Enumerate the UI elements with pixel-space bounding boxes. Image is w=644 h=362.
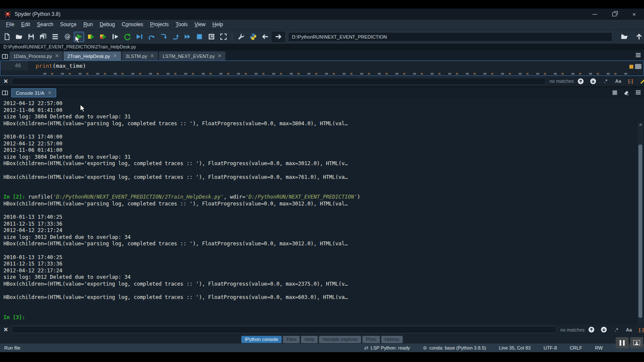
- console-tab-close-icon[interactable]: ✕: [48, 90, 52, 96]
- console-line: [3, 167, 644, 174]
- menu-edit[interactable]: Edit: [18, 21, 33, 28]
- restore-button[interactable]: [605, 9, 624, 20]
- menu-tools[interactable]: Tools: [172, 21, 191, 28]
- code-editor[interactable]: 46 print(max_time): [0, 60, 644, 76]
- status-utf-8: UTF-8: [544, 345, 557, 350]
- interrupt-kernel-icon[interactable]: [612, 90, 618, 97]
- case-sensitive-icon[interactable]: Aa: [626, 326, 632, 333]
- mouse-cursor: [75, 35, 81, 44]
- close-button[interactable]: ×: [624, 9, 644, 20]
- panel-tab-files[interactable]: Files: [283, 336, 300, 343]
- browse-tabs-icon[interactable]: [0, 52, 9, 60]
- rerun-cell-button[interactable]: [122, 32, 132, 42]
- file-switcher-button[interactable]: [50, 32, 60, 42]
- clipped-code-line: [43, 73, 631, 75]
- editor-tab-2train-helpdesk-py[interactable]: 2Train_HelpDesk.py✕: [64, 51, 121, 60]
- panel-tab-ipython-console[interactable]: IPython console: [241, 336, 282, 343]
- save-all-button[interactable]: [38, 32, 48, 42]
- status-crlf: CRLF: [570, 345, 582, 350]
- highlight-matches-icon[interactable]: [640, 78, 644, 84]
- find-close-icon[interactable]: ✕: [3, 326, 8, 333]
- console-tab[interactable]: Console 31/A ✕: [11, 88, 56, 97]
- working-directory-input[interactable]: [288, 32, 612, 42]
- remove-variables-icon[interactable]: [623, 90, 630, 97]
- console-options-menu-icon[interactable]: [635, 89, 641, 97]
- editor-tab-lstm-next-event-py[interactable]: LSTM_NEXT_EVENT.py✕: [159, 51, 225, 60]
- run-selection-button[interactable]: [110, 32, 120, 42]
- panel-tab-variable-explorer[interactable]: Variable explorer: [319, 336, 361, 343]
- find-close-icon[interactable]: ✕: [3, 78, 8, 84]
- find-input[interactable]: [12, 326, 557, 333]
- menu-file[interactable]: File: [3, 21, 18, 28]
- case-sensitive-icon[interactable]: Aa: [615, 78, 622, 84]
- back-button[interactable]: [260, 32, 270, 42]
- menu-view[interactable]: View: [191, 21, 209, 28]
- console-line: HBox(children=(HTML(value='parsing log, …: [3, 201, 644, 208]
- overlay-pause-button[interactable]: [616, 337, 629, 348]
- browse-consoles-icon[interactable]: [0, 89, 9, 97]
- menu-run[interactable]: Run: [80, 21, 96, 28]
- menu-help[interactable]: Help: [209, 21, 227, 28]
- menu-consoles[interactable]: Consoles: [118, 21, 147, 28]
- ipython-console[interactable]: 2012-04-12 22:57:002012-11-06 01:41:00si…: [0, 98, 644, 324]
- tab-close-icon[interactable]: ✕: [218, 53, 222, 59]
- menu-debug[interactable]: Debug: [96, 21, 118, 28]
- overlay-pip-button[interactable]: [630, 337, 643, 348]
- menu-projects[interactable]: Projects: [147, 21, 172, 28]
- find-next-icon[interactable]: [590, 78, 597, 84]
- tab-close-icon[interactable]: ✕: [150, 53, 154, 59]
- forward-button[interactable]: [272, 32, 285, 42]
- lsp-icon: ⇄: [364, 345, 368, 351]
- preferences-button[interactable]: [236, 32, 246, 42]
- find-previous-icon[interactable]: [577, 78, 584, 84]
- tab-label: 1Data_Process.py: [13, 54, 52, 59]
- console-scrollbar-thumb[interactable]: [638, 145, 642, 318]
- python-path-button[interactable]: [248, 32, 258, 42]
- run-cell-advance-button[interactable]: [98, 32, 108, 42]
- tab-label: 2Train_HelpDesk.py: [67, 54, 110, 59]
- find-symbols-button[interactable]: @: [62, 32, 72, 42]
- scrollbar-up-arrow-icon[interactable]: [639, 123, 642, 126]
- save-button[interactable]: [26, 32, 36, 42]
- title-bar: Spyder (Python 3.8) ×: [0, 9, 644, 20]
- new-file-button[interactable]: [2, 32, 12, 42]
- editor-find-bar: ✕ no matches .*Aa[-]: [0, 76, 644, 86]
- editor-widget-icon[interactable]: [635, 64, 641, 69]
- find-previous-icon[interactable]: [588, 326, 595, 333]
- continue-button[interactable]: [182, 32, 192, 42]
- debug-file-button[interactable]: [134, 32, 144, 42]
- parent-directory-button[interactable]: [634, 32, 644, 42]
- maximize-pane-button[interactable]: [206, 32, 216, 42]
- console-scrollbar[interactable]: [638, 122, 643, 323]
- fullscreen-button[interactable]: [218, 32, 228, 42]
- open-file-button[interactable]: [14, 32, 24, 42]
- browse-directory-button[interactable]: [619, 32, 629, 42]
- find-input[interactable]: [12, 78, 546, 85]
- step-return-button[interactable]: [170, 32, 180, 42]
- panel-tab-help[interactable]: Help: [301, 336, 318, 343]
- menu-source[interactable]: Source: [57, 21, 80, 28]
- pause-icon: [620, 340, 625, 346]
- step-over-button[interactable]: [146, 32, 156, 42]
- editor-options-menu-icon[interactable]: [635, 52, 641, 60]
- run-cell-button[interactable]: [86, 32, 96, 42]
- minimize-button[interactable]: [585, 9, 605, 20]
- tab-close-icon[interactable]: ✕: [113, 53, 117, 59]
- regex-icon[interactable]: .*: [602, 78, 609, 84]
- editor-tab-3lstm-py[interactable]: 3LSTM.py✕: [122, 51, 158, 60]
- regex-icon[interactable]: .*: [613, 326, 620, 333]
- status-rw: RW: [595, 345, 603, 350]
- picture-in-picture-icon: [633, 340, 640, 345]
- step-into-button[interactable]: [158, 32, 168, 42]
- whole-words-icon[interactable]: [-]: [638, 326, 644, 333]
- find-next-icon[interactable]: [601, 326, 608, 333]
- whole-words-icon[interactable]: [-]: [627, 78, 634, 84]
- panel-tab-plots[interactable]: Plots: [362, 336, 380, 343]
- panel-tab-history[interactable]: History: [381, 336, 403, 343]
- menu-search[interactable]: Search: [33, 21, 57, 28]
- spyder-logo-icon: [4, 11, 11, 18]
- editor-tab-1data-process-py[interactable]: 1Data_Process.py✕: [9, 51, 63, 60]
- stop-button[interactable]: [194, 32, 204, 42]
- tab-close-icon[interactable]: ✕: [55, 53, 59, 59]
- console-line: 2010-01-13 17:40:00: [3, 134, 644, 141]
